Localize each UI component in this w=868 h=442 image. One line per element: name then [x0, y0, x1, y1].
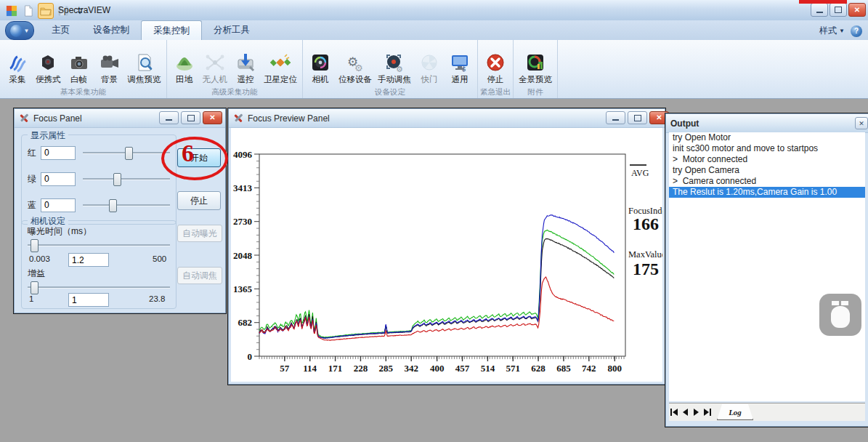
green-slider[interactable]: [83, 172, 170, 185]
x-tick-label: 628: [531, 363, 545, 374]
ribbon-button-general[interactable]: $通用: [445, 52, 474, 86]
x-tick-label: 800: [608, 363, 622, 374]
tab-acquisition-control[interactable]: 采集控制: [141, 20, 202, 41]
help-icon[interactable]: ?: [851, 25, 862, 37]
ribbon-button-field[interactable]: 田地: [170, 52, 199, 86]
style-dropdown[interactable]: 样式 ▼: [819, 25, 845, 37]
ribbon-button-white-frame[interactable]: 白帧: [65, 52, 94, 86]
ribbon-button-stop[interactable]: 停止: [481, 52, 510, 86]
ribbon-button-panorama[interactable]: 全景预览: [516, 52, 554, 86]
ribbon-button-remote[interactable]: 遥控: [231, 52, 260, 86]
ribbon-button-gps[interactable]: 卫星定位: [261, 52, 299, 86]
prev-page-button[interactable]: [680, 406, 691, 418]
x-tick-label: 285: [379, 363, 394, 374]
capture-icon: [7, 52, 28, 74]
gps-icon: [269, 52, 291, 74]
annotation-step-number: 6: [182, 140, 194, 167]
window-controls: ✕: [811, 3, 866, 17]
red-value-input[interactable]: [41, 146, 76, 160]
ribbon-button-label: 便携式: [36, 74, 61, 85]
ribbon-button-label: 无人机: [203, 74, 228, 85]
ribbon-button-label: 快门: [417, 74, 442, 85]
ribbon-button-manual-focus[interactable]: ⚙手动调焦: [376, 52, 413, 86]
blue-slider[interactable]: [83, 198, 170, 212]
green-value-input[interactable]: [41, 172, 76, 186]
exposure-slider[interactable]: [28, 238, 170, 252]
log-line[interactable]: > Motor connected: [669, 154, 865, 165]
open-folder-icon[interactable]: [38, 3, 54, 19]
ribbon-group-3: 相机⚙⚙位移设备⚙手动调焦快门$通用设备设定: [303, 40, 478, 98]
help-glyph: ?: [854, 27, 859, 35]
exposure-label: 曝光时间（ms）: [28, 225, 92, 238]
auto-exposure-button[interactable]: 自动曝光: [177, 225, 222, 242]
maximize-button[interactable]: [628, 111, 647, 124]
ribbon-button-portable[interactable]: 便携式: [33, 52, 63, 86]
gain-slider-thumb[interactable]: [31, 281, 38, 294]
y-tick-label: 0: [248, 351, 253, 362]
ribbon-button-focus-preview[interactable]: 调焦预览: [126, 52, 163, 86]
chevron-down-icon: ▼: [24, 28, 30, 34]
maximize-button[interactable]: [181, 111, 200, 124]
field-icon: [174, 52, 195, 74]
ribbon-button-label: 田地: [172, 74, 197, 85]
first-page-button[interactable]: [669, 406, 680, 418]
x-tick-label: 171: [328, 363, 343, 374]
ribbon-button-drone[interactable]: 无人机: [200, 52, 230, 86]
minimize-button[interactable]: [606, 111, 625, 124]
log-line[interactable]: init sc300 motor and move to startpos: [669, 143, 865, 154]
next-page-button[interactable]: [691, 406, 702, 418]
tab-analysis-tools[interactable]: 分析工具: [202, 20, 261, 40]
gain-value-input[interactable]: [68, 293, 109, 307]
ribbon-button-capture[interactable]: 采集: [3, 52, 32, 86]
log-line[interactable]: > Camera connected: [669, 176, 865, 187]
blue-value-input[interactable]: [41, 198, 76, 212]
log-tab[interactable]: Log: [717, 404, 753, 420]
x-tick-label: 228: [354, 363, 368, 374]
ribbon-button-stage-device[interactable]: ⚙⚙位移设备: [336, 52, 374, 86]
log-line[interactable]: The Reslut is 1.20ms,Camera Gain is 1.00: [669, 187, 865, 198]
exposure-value-input[interactable]: [68, 253, 109, 267]
mouse-indicator-overlay: [819, 294, 861, 336]
tools-icon: [233, 113, 244, 124]
stat-value: 175: [633, 260, 659, 278]
close-button[interactable]: ✕: [203, 111, 222, 124]
tab-device-control[interactable]: 设备控制: [81, 20, 141, 40]
minimize-button[interactable]: [159, 111, 179, 124]
stat-label: MaxValue:: [628, 249, 662, 260]
ribbon-group-label: 高级采集功能: [167, 87, 303, 97]
ribbon-button-camera[interactable]: 相机: [306, 52, 335, 86]
minimize-icon: [816, 12, 823, 13]
minimize-button[interactable]: [811, 3, 828, 17]
focus-panel-title: Focus Panel: [33, 113, 82, 124]
close-button[interactable]: ✕: [848, 3, 866, 17]
annotation-circle: [161, 137, 228, 180]
background-icon: [99, 52, 121, 74]
exposure-slider-thumb[interactable]: [31, 239, 38, 252]
ribbon-button-background[interactable]: 背景: [95, 52, 124, 86]
ribbon-button-label: 通用: [447, 74, 472, 85]
x-tick-label: 571: [506, 363, 521, 374]
maximize-icon: [634, 115, 641, 121]
gain-slider[interactable]: [28, 281, 170, 294]
blue-slider-thumb[interactable]: [109, 199, 117, 212]
restore-button[interactable]: [830, 3, 847, 17]
log-line[interactable]: try Open Camera: [669, 165, 865, 176]
output-close-button[interactable]: ✕: [855, 117, 868, 129]
tab-home[interactable]: 主页: [40, 20, 81, 40]
ribbon-tab-row: ▼ 主页设备控制采集控制分析工具 样式 ▼ ?: [0, 20, 868, 41]
log-line[interactable]: try Open Motor: [669, 132, 865, 143]
stop-button[interactable]: 停止: [177, 191, 221, 210]
application-orb-button[interactable]: ▼: [5, 21, 34, 40]
auto-focus-button[interactable]: 自动调焦: [177, 267, 222, 284]
green-slider-thumb[interactable]: [113, 173, 121, 186]
mouse-icon: [832, 301, 839, 305]
ribbon-button-shutter[interactable]: 快门: [415, 52, 444, 86]
red-slider-thumb[interactable]: [125, 147, 133, 160]
last-page-button[interactable]: [702, 406, 713, 418]
legend-label: AVG: [631, 168, 649, 178]
app-logo-icon[interactable]: [4, 4, 19, 18]
application-window: SpectraVIEW ✕ ▼ 主页设备控制采集控制分析工具 样式 ▼ ? 采集…: [0, 0, 868, 442]
tools-icon: [19, 113, 30, 124]
red-slider[interactable]: [83, 146, 170, 159]
new-document-icon[interactable]: [21, 4, 36, 18]
